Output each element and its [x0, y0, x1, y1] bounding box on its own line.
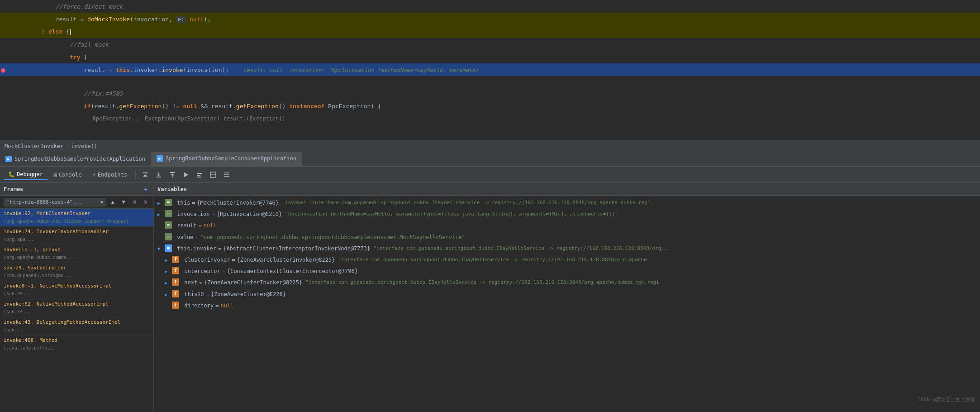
svg-rect-6	[210, 172, 216, 177]
var-item-this0[interactable]: ▶ f this$0 = {ZoneAwareCluster@8226}	[154, 289, 980, 300]
toolbar-sep-1	[135, 170, 136, 179]
debugger-icon: 🐛	[8, 171, 15, 177]
code-text-if: if(result.getException() != null && resu…	[27, 103, 381, 110]
frame-item-5[interactable]: invoke:62, NativeMethodAccessorImpl (sun…	[0, 299, 153, 317]
tab-provider-label: SpringBootDubboSampleProviderApplication	[14, 156, 145, 162]
frames-panel: Frames + "http-nio-8088-exec-4"... ▼ ▲ ▼…	[0, 183, 154, 412]
restore-layout-btn[interactable]	[207, 169, 219, 181]
code-line-empty	[0, 76, 980, 87]
code-text-rpc: RpcException... Exception(RpcException) …	[27, 115, 285, 122]
breadcrumb-method[interactable]: invoke()	[71, 143, 97, 149]
var-item-invocation[interactable]: ▶ = invocation = {RpcInvocation@8210} "R…	[154, 209, 980, 220]
code-text-5: try {	[27, 54, 87, 61]
thread-nav-up[interactable]: ▲	[108, 197, 117, 206]
var-expand-value	[157, 233, 165, 241]
var-item-value[interactable]: = value = "com.gupaoedu.springboot.dubbo…	[154, 232, 980, 243]
var-name-clusterinvoker: clusterInvoker	[181, 256, 230, 264]
var-icon-value: =	[165, 233, 172, 240]
var-icon-this: =	[165, 199, 172, 206]
variables-header-label: Variables	[157, 186, 187, 192]
frame-method-2: sayHello:-1, proxy0	[4, 247, 61, 253]
frame-item-4[interactable]: invoke0:-1, NativeMethodAccessorImpl (su…	[0, 281, 153, 299]
var-hint-this: "invoker :interface com.gupaoedu.springb…	[282, 199, 651, 207]
code-line-1: //force.direct mock	[0, 0, 980, 13]
var-name-directory: directory	[181, 302, 214, 310]
code-line-5: try {	[0, 51, 980, 63]
var-icon-next: f	[172, 278, 179, 286]
var-item-this[interactable]: ▶ = this = {MockClusterInvoker@7746} "in…	[154, 197, 980, 209]
thread-filter-btn[interactable]: ⊞	[130, 197, 139, 206]
toolbar-endpoints-tab[interactable]: ⚡ Endpoints	[88, 170, 132, 180]
var-item-directory[interactable]: f directory = null	[154, 300, 980, 311]
toolbar-debugger-tab[interactable]: 🐛 Debugger	[4, 169, 48, 180]
frame-item-7[interactable]: invoke:498, Method (java.lang.reflect)	[0, 335, 153, 354]
var-icon-interceptor: f	[172, 267, 179, 274]
provider-tab-icon: ▶	[5, 156, 12, 162]
step-over-btn[interactable]	[139, 169, 151, 181]
var-eq-interceptor: =	[222, 267, 225, 276]
settings-btn[interactable]	[221, 169, 233, 181]
evaluate-btn[interactable]	[194, 169, 205, 181]
thread-jump-btn[interactable]: ⎋	[141, 197, 150, 206]
breadcrumb-class[interactable]: MockClusterInvoker	[5, 143, 63, 149]
var-expand-interceptor: ▶	[165, 267, 172, 275]
var-item-clusterinvoker[interactable]: ▶ f clusterInvoker = {ZoneAwareClusterIn…	[154, 254, 980, 266]
var-eq-this0: =	[206, 290, 209, 299]
var-item-this-invoker[interactable]: ▼ ● this.invoker = {AbstractCluster$Inte…	[154, 243, 980, 254]
run-to-cursor-btn[interactable]	[180, 169, 192, 181]
var-eq-this-invoker: =	[218, 244, 221, 253]
var-value-interceptor: {ConsumerContextClusterInterceptor@7796}	[227, 267, 358, 276]
var-value-value: "com.gupaoedu.springboot.dubbo.springboo…	[200, 233, 465, 242]
svg-rect-1	[157, 177, 161, 177]
frame-class-5: (sun.re...	[4, 309, 31, 314]
var-expand-this0: ▶	[165, 290, 172, 298]
step-out-btn[interactable]	[167, 169, 178, 181]
svg-rect-3	[197, 173, 202, 174]
svg-rect-7	[210, 174, 216, 175]
frames-header-label: Frames	[4, 186, 23, 192]
var-value-result: null	[204, 221, 217, 230]
frame-method-0: invoke:92, MockClusterInvoker	[4, 211, 90, 216]
var-item-interceptor[interactable]: ▶ f interceptor = {ConsumerContextCluste…	[154, 266, 980, 277]
var-item-next[interactable]: ▶ f next = {ZoneAwareClusterInvoker@8225…	[154, 277, 980, 288]
step-into-btn[interactable]	[153, 169, 165, 181]
tab-consumer-label: SpringBootDubboSampleConsumerApplication	[166, 155, 296, 162]
var-item-result[interactable]: = result = null	[154, 220, 980, 231]
frame-method-6: invoke:43, DelegatingMethodAccessorImpl	[4, 319, 120, 325]
toolbar-debugger-label: Debugger	[17, 171, 43, 177]
frame-class-7: (java.lang.reflect)	[4, 345, 55, 350]
breadcrumb: MockClusterInvoker › invoke()	[0, 140, 980, 152]
frame-item-2[interactable]: sayHello:-1, proxy0 (org.apache.dubbo.co…	[0, 245, 153, 263]
code-line-rpc: RpcException... Exception(RpcException) …	[0, 112, 980, 125]
code-text-active: result = this.invoker.invoke(invocation)…	[27, 67, 479, 73]
code-line-active: ● result = this.invoker.invoke(invocatio…	[0, 63, 980, 76]
code-line-fix: //fix:#4585	[0, 87, 980, 100]
frame-item-3[interactable]: say:29, SayController (com.gupaoedu.spri…	[0, 263, 153, 281]
tab-consumer[interactable]: ▶ SpringBootDubboSampleConsumerApplicati…	[151, 152, 302, 166]
thread-name: "http-nio-8088-exec-4"...	[7, 199, 82, 205]
tab-bar: ▶ SpringBootDubboSampleProviderApplicati…	[0, 152, 980, 167]
var-eq-result: =	[199, 221, 202, 230]
code-comment-1: //force.direct mock	[27, 3, 123, 10]
add-frames-btn[interactable]: +	[142, 185, 150, 193]
var-icon-this0: f	[172, 290, 179, 297]
variables-panel-header: Variables	[154, 183, 980, 196]
var-value-invocation: {RpcInvocation@8210}	[217, 210, 285, 219]
toolbar-console-tab[interactable]: ▤ Console	[49, 170, 86, 180]
frame-item-0[interactable]: invoke:92, MockClusterInvoker (org.apach…	[0, 209, 153, 227]
frame-item-1[interactable]: invoke:74, InvokerInvocationHandler (org…	[0, 227, 153, 245]
thread-nav-down[interactable]: ▼	[119, 197, 128, 206]
frame-method-1: invoke:74, InvokerInvocationHandler	[4, 229, 109, 235]
toolbar-endpoints-label: Endpoints	[98, 172, 127, 178]
var-name-result: result	[174, 221, 197, 230]
var-icon-result: =	[165, 221, 172, 229]
thread-dropdown[interactable]: "http-nio-8088-exec-4"... ▼	[4, 198, 106, 206]
tab-provider[interactable]: ▶ SpringBootDubboSampleProviderApplicati…	[0, 152, 151, 166]
frame-item-6[interactable]: invoke:43, DelegatingMethodAccessorImpl …	[0, 317, 153, 335]
svg-rect-4	[197, 175, 200, 176]
var-name-value: value	[174, 233, 193, 242]
frame-class-0: (org.apache.dubbo.rpc.cluster.support.wr…	[4, 219, 129, 224]
frame-class-6: (sun...	[4, 327, 23, 332]
var-expand-next: ▶	[165, 278, 172, 287]
var-eq-directory: =	[215, 302, 219, 310]
